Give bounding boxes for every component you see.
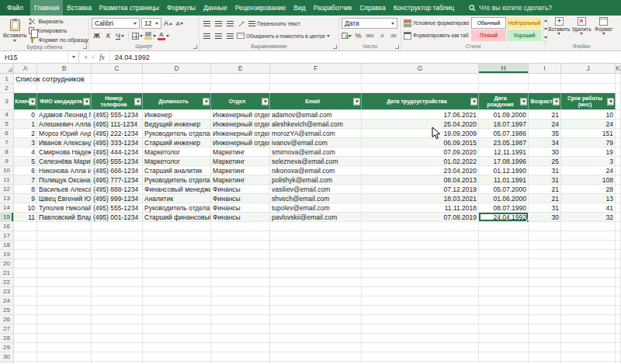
cell-B28[interactable] bbox=[37, 334, 92, 343]
cell-J1[interactable] bbox=[561, 74, 616, 84]
cell-H1[interactable] bbox=[479, 74, 529, 84]
cell-I7[interactable]: 34 bbox=[529, 138, 561, 147]
cell-K24[interactable] bbox=[616, 296, 621, 306]
cell-K9[interactable] bbox=[616, 157, 621, 166]
cell-C22[interactable] bbox=[92, 278, 143, 287]
cell-B2[interactable] bbox=[37, 84, 92, 93]
cell-K3[interactable] bbox=[616, 93, 621, 110]
row-header-19[interactable]: 19 bbox=[0, 250, 14, 259]
cell-K23[interactable] bbox=[616, 287, 621, 296]
cell-E27[interactable] bbox=[211, 324, 270, 334]
cell-D17[interactable] bbox=[143, 231, 211, 241]
cancel-icon[interactable]: × bbox=[84, 54, 88, 61]
cell-F2[interactable] bbox=[270, 84, 362, 93]
cell-A11[interactable]: 7 bbox=[14, 175, 37, 185]
column-header-H[interactable]: H bbox=[479, 64, 529, 74]
cell-B12[interactable]: Васильев Александр bbox=[37, 185, 92, 194]
cell-H26[interactable] bbox=[479, 315, 529, 324]
align-middle-button[interactable] bbox=[213, 19, 224, 29]
cell-A16[interactable] bbox=[14, 222, 37, 231]
cell-E30[interactable] bbox=[211, 352, 270, 362]
column-header-K[interactable]: K bbox=[616, 64, 621, 74]
insert-cells-button[interactable]: +Вставить bbox=[548, 17, 571, 35]
cell-D26[interactable] bbox=[143, 315, 211, 324]
cell-G29[interactable] bbox=[362, 343, 479, 352]
cell-E1[interactable] bbox=[211, 74, 270, 84]
cell-G25[interactable] bbox=[362, 306, 479, 315]
cell-C3[interactable]: Номер телефона bbox=[92, 93, 143, 110]
cell-C30[interactable] bbox=[92, 352, 143, 362]
cell-H4[interactable]: 01.09.2000 bbox=[479, 110, 529, 120]
grow-font-button[interactable]: А bbox=[163, 19, 173, 29]
cell-A22[interactable] bbox=[14, 278, 37, 287]
cell-C12[interactable]: (495) 888-1234 bbox=[92, 185, 143, 194]
cell-G14[interactable]: 11.11.2018 bbox=[362, 203, 479, 213]
cell-H2[interactable] bbox=[479, 84, 529, 93]
cell-E25[interactable] bbox=[211, 306, 270, 315]
format-as-table-button[interactable]: Форматировать как таблицу bbox=[404, 30, 469, 41]
paste-button[interactable]: Вставить bbox=[3, 17, 26, 43]
cell-I8[interactable]: 30 bbox=[529, 147, 561, 157]
font-color-button[interactable]: А bbox=[158, 31, 169, 41]
cell-I12[interactable]: 21 bbox=[529, 185, 561, 194]
cell-J10[interactable]: 24 bbox=[561, 166, 616, 175]
cell-D23[interactable] bbox=[143, 287, 211, 296]
cell-K21[interactable] bbox=[616, 269, 621, 278]
cell-C8[interactable]: (495) 444-1234 bbox=[92, 147, 143, 157]
cell-I29[interactable] bbox=[529, 343, 561, 352]
cell-K6[interactable] bbox=[616, 129, 621, 138]
cell-C14[interactable]: (495) 555-1234 bbox=[92, 203, 143, 213]
cell-E21[interactable] bbox=[211, 269, 270, 278]
cell-G1[interactable] bbox=[362, 74, 479, 84]
cell-H16[interactable] bbox=[479, 222, 529, 231]
cell-A7[interactable]: 3 bbox=[14, 138, 37, 147]
copy-button[interactable]: Копировать bbox=[29, 26, 88, 34]
cell-A6[interactable]: 2 bbox=[14, 129, 37, 138]
filter-button-F[interactable] bbox=[353, 98, 360, 105]
cell-E9[interactable]: Маркетинг bbox=[211, 157, 270, 166]
row-header-9[interactable]: 9 bbox=[0, 157, 14, 166]
cell-H12[interactable]: 05.07.2000 bbox=[479, 185, 529, 194]
cell-D10[interactable]: Старший аналитик bbox=[143, 166, 211, 175]
cell-B18[interactable] bbox=[37, 241, 92, 250]
cell-B20[interactable] bbox=[37, 259, 92, 269]
cell-J25[interactable] bbox=[561, 306, 616, 315]
cell-I20[interactable] bbox=[529, 259, 561, 269]
row-header-20[interactable]: 20 bbox=[0, 259, 14, 269]
cell-I28[interactable] bbox=[529, 334, 561, 343]
cell-I1[interactable] bbox=[529, 74, 561, 84]
column-header-J[interactable]: J bbox=[561, 64, 616, 74]
column-header-F[interactable]: F bbox=[270, 64, 362, 74]
cell-E10[interactable]: Маркетинг bbox=[211, 166, 270, 175]
align-center-button[interactable] bbox=[213, 31, 224, 41]
cell-H17[interactable] bbox=[479, 231, 529, 241]
cell-D25[interactable] bbox=[143, 306, 211, 315]
cell-H8[interactable]: 12.11.1991 bbox=[479, 147, 529, 157]
cell-K18[interactable] bbox=[616, 241, 621, 250]
cell-I30[interactable] bbox=[529, 352, 561, 362]
filter-button-I[interactable] bbox=[553, 98, 560, 105]
cell-B8[interactable]: Смирнова Надежда bbox=[37, 147, 92, 157]
row-header-11[interactable]: 11 bbox=[0, 175, 14, 185]
cell-C15[interactable]: (495) 001-1234 bbox=[92, 213, 143, 222]
row-header-21[interactable]: 21 bbox=[0, 269, 14, 278]
cell-F28[interactable] bbox=[270, 334, 362, 343]
cell-H3[interactable]: Дата рождения bbox=[479, 93, 529, 110]
cell-C6[interactable]: (495) 222-1234 bbox=[92, 129, 143, 138]
cell-I14[interactable]: 31 bbox=[529, 203, 561, 213]
cell-G10[interactable]: 23.04.2020 bbox=[362, 166, 479, 175]
fill-color-button[interactable] bbox=[144, 31, 156, 41]
delete-cells-button[interactable]: ×Удалить bbox=[571, 17, 593, 35]
cell-K17[interactable] bbox=[616, 231, 621, 241]
cell-B16[interactable] bbox=[37, 222, 92, 231]
cell-G2[interactable] bbox=[362, 84, 479, 93]
cell-style-bad[interactable]: Плохой bbox=[471, 29, 506, 41]
cell-E5[interactable]: Инженерный отдел bbox=[211, 120, 270, 129]
cell-C2[interactable] bbox=[92, 84, 143, 93]
cell-I9[interactable]: 25 bbox=[529, 157, 561, 166]
cell-E26[interactable] bbox=[211, 315, 270, 324]
merge-center-button[interactable]: Объединить и поместить в центре bbox=[237, 33, 330, 39]
filter-button-E[interactable] bbox=[262, 98, 269, 105]
cell-F16[interactable] bbox=[270, 222, 362, 231]
cell-E13[interactable]: Финансы bbox=[211, 194, 270, 203]
